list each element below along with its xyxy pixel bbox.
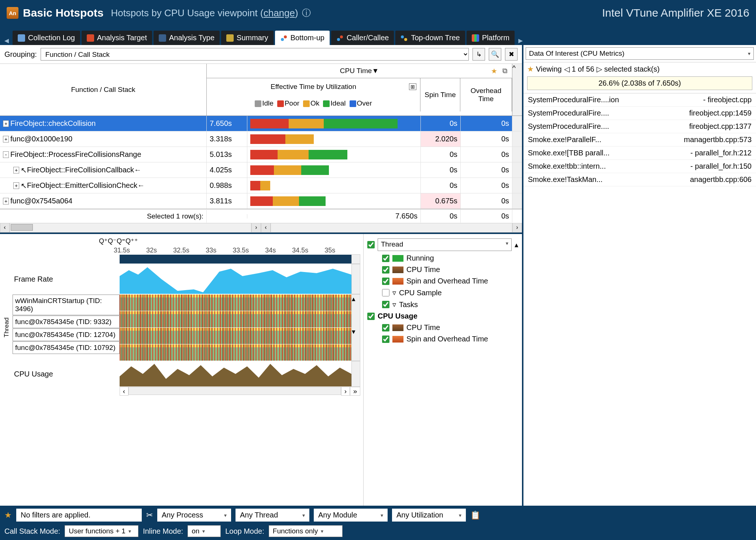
- tab-platform[interactable]: Platform: [467, 31, 515, 45]
- table-row[interactable]: -FireObject::ProcessFireCollisionsRange5…: [0, 147, 522, 162]
- stack-frame-row[interactable]: Smoke.exe!ParallelF...managertbb.cpp:573: [523, 133, 756, 147]
- marker-icon: ▿: [392, 300, 396, 309]
- table-row[interactable]: +func@0x7545a0643.811s0.675s0s: [0, 193, 522, 209]
- expand-toggle[interactable]: +: [3, 198, 9, 204]
- hscroll-track-func[interactable]: [10, 223, 251, 233]
- search-button[interactable]: 🔍: [489, 48, 501, 61]
- data-of-interest-select[interactable]: Data Of Interest (CPU Metrics)▾: [526, 47, 754, 60]
- timeline-hscroll-track[interactable]: [128, 387, 341, 395]
- timeline-navigator[interactable]: [120, 255, 351, 264]
- next-stack-icon[interactable]: ▷: [597, 65, 602, 73]
- selection-summary-time: 7.650s: [247, 210, 421, 223]
- call-stack-mode-select[interactable]: User functions + 1▾: [65, 525, 138, 537]
- star-icon[interactable]: ★: [491, 67, 497, 75]
- stack-frame-row[interactable]: SystemProceduralFire....fireobject.cpp:1…: [523, 107, 756, 120]
- display-toggle-checkbox[interactable]: [382, 289, 389, 296]
- col-cpu-time-header[interactable]: CPU Time▼ ★ ⧉: [207, 64, 512, 78]
- display-toggle-checkbox[interactable]: [382, 324, 389, 331]
- tab-analysis-type[interactable]: Analysis Type: [154, 31, 220, 45]
- tab-caller-callee[interactable]: Caller/Callee: [331, 31, 394, 45]
- thread-label[interactable]: func@0x7854345e (TID: 12704): [13, 329, 120, 341]
- col-function-header[interactable]: Function / Call Stack: [0, 64, 207, 116]
- filter-star-icon[interactable]: ★: [4, 510, 12, 520]
- thread-label[interactable]: wWinMainCRTStartup (TID: 3496): [13, 295, 120, 315]
- utilization-filter[interactable]: Any Utilization▾: [392, 509, 466, 522]
- stack-frame-row[interactable]: Smoke.exe!TaskMan...anagertbb.cpp:606: [523, 173, 756, 186]
- thread-track[interactable]: [120, 328, 351, 344]
- tab-summary[interactable]: Summary: [221, 31, 274, 45]
- process-filter[interactable]: Any Process▾: [157, 509, 231, 522]
- timeline-hscroll-right[interactable]: ›: [341, 387, 350, 396]
- loop-mode-select[interactable]: Functions only▾: [269, 525, 343, 537]
- thread-group-select[interactable]: Thread▾: [378, 238, 512, 251]
- col-spin-header[interactable]: Spin Time: [420, 78, 460, 111]
- expand-toggle[interactable]: +: [13, 167, 19, 173]
- stack-frame-row[interactable]: Smoke.exe![TBB parall...- parallel_for.h…: [523, 147, 756, 160]
- thread-filter[interactable]: Any Thread▾: [236, 509, 309, 522]
- display-toggle-checkbox[interactable]: [382, 336, 389, 343]
- expand-toggle[interactable]: +: [3, 136, 9, 142]
- hscroll-track-data[interactable]: [271, 223, 512, 233]
- col-overhead-header[interactable]: Overhead Time: [460, 78, 512, 111]
- inline-mode-select[interactable]: on▾: [188, 525, 221, 537]
- tab-bottom-up[interactable]: Bottom-up: [275, 31, 330, 45]
- expand-effective-icon[interactable]: ⊞: [409, 83, 416, 90]
- frame-rate-track[interactable]: [120, 264, 351, 294]
- table-row[interactable]: +func@0x1000e1903.318s2.020s0s: [0, 131, 522, 147]
- expand-toggle[interactable]: +: [3, 120, 9, 127]
- timeline-hscroll-left[interactable]: ‹: [120, 387, 128, 396]
- scroll-up-icon[interactable]: ▴: [515, 240, 518, 249]
- module-filter[interactable]: Any Module▾: [314, 509, 388, 522]
- hscroll2-right-icon[interactable]: ›: [512, 223, 522, 233]
- prev-stack-icon[interactable]: ◁: [564, 65, 570, 73]
- tab-analysis-target[interactable]: Analysis Target: [82, 31, 152, 45]
- timeline-vscroll[interactable]: ▴▾: [351, 294, 360, 361]
- hierarchy-button[interactable]: ↳: [472, 48, 485, 61]
- thread-label[interactable]: func@0x7854345e (TID: 10792): [13, 341, 120, 354]
- hscroll-right-icon[interactable]: ›: [251, 223, 261, 233]
- analysis-title: Basic Hotspots: [23, 7, 103, 19]
- table-row[interactable]: +↖ FireObject::FireCollisionCallback←4.0…: [0, 162, 522, 178]
- copy-filters-icon[interactable]: 📋: [470, 510, 480, 520]
- selection-summary-spin: 0s: [421, 210, 461, 223]
- stack-frame-row[interactable]: SystemProceduralFire....ion- fireobject.…: [523, 93, 756, 107]
- thread-track[interactable]: [120, 344, 351, 361]
- expand-toggle[interactable]: +: [13, 182, 19, 189]
- help-icon[interactable]: ⓘ: [302, 7, 311, 19]
- tab-top-down-tree[interactable]: Top-down Tree: [395, 31, 465, 45]
- expand-toggle[interactable]: -: [3, 151, 9, 158]
- table-row[interactable]: +FireObject::checkCollision7.650s0s0s: [0, 116, 522, 131]
- display-toggle-checkbox[interactable]: [382, 266, 389, 274]
- clear-filters-icon[interactable]: ✂: [146, 510, 153, 520]
- display-toggle-checkbox[interactable]: [382, 278, 389, 285]
- tab-collection-log[interactable]: Collection Log: [13, 31, 80, 45]
- thread-label[interactable]: func@0x7854345e (TID: 9332): [13, 316, 120, 328]
- hscroll2-left-icon[interactable]: ‹: [261, 223, 271, 233]
- tabs-prev-icon[interactable]: ◄: [2, 37, 11, 45]
- display-toggle-checkbox[interactable]: [382, 301, 389, 308]
- thread-track[interactable]: [120, 295, 351, 311]
- spin-time-value: 0.675s: [421, 193, 461, 209]
- zoom-tools[interactable]: Q⁺Q⁻Q⁼Q⁺⁺: [99, 237, 138, 245]
- collapse-icon[interactable]: ⧉: [502, 67, 508, 75]
- thread-group-checkbox[interactable]: [367, 241, 375, 248]
- overhead-time-value: 0s: [461, 147, 512, 162]
- settings-button[interactable]: ✖: [505, 48, 518, 61]
- display-toggle-checkbox[interactable]: [382, 255, 389, 262]
- hscroll-left-icon[interactable]: ‹: [0, 223, 10, 233]
- tabs-next-icon[interactable]: ►: [516, 37, 525, 45]
- display-toggle-row: ▿Tasks: [367, 299, 518, 310]
- active-filters-box[interactable]: No filters are applied.: [16, 509, 142, 522]
- stack-frame-row[interactable]: SystemProceduralFire....fireobject.cpp:1…: [523, 120, 756, 133]
- change-viewpoint-link[interactable]: change: [264, 7, 295, 18]
- grid-vscroll-header: ^: [512, 64, 522, 116]
- timeline-ruler: 31.5s32s32.5s33s33.5s34s34.5s35s: [3, 245, 360, 254]
- timeline-hscroll-end[interactable]: »: [350, 387, 360, 396]
- thread-track[interactable]: [120, 311, 351, 327]
- cpu-usage-track[interactable]: [120, 361, 351, 386]
- table-row[interactable]: +↖ FireObject::EmitterCollisionCheck←0.9…: [0, 178, 522, 193]
- stack-frame-row[interactable]: Smoke.exe!tbb::intern...- parallel_for.h…: [523, 160, 756, 173]
- grouping-select[interactable]: Function / Call Stack: [41, 48, 469, 61]
- col-effective-header[interactable]: Effective Time by Utilization⊞: [207, 78, 420, 95]
- cpu-usage-group-checkbox[interactable]: [367, 313, 375, 320]
